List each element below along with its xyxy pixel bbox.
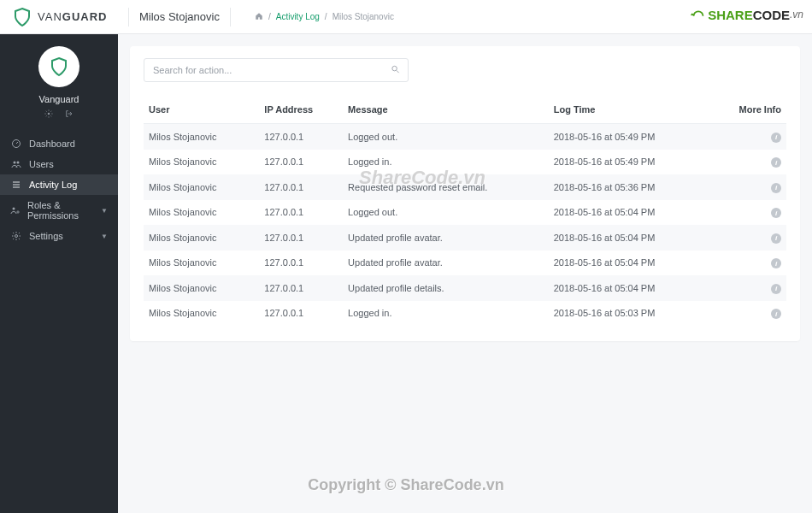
th-message: Message [343,97,549,124]
cell-ip: 127.0.0.1 [259,275,343,301]
breadcrumb-current: Milos Stojanovic [332,12,394,21]
cell-message: Logged in. [343,150,549,175]
th-more: More Info [722,97,786,124]
cell-more-info: i [722,251,786,276]
cell-more-info: i [722,301,786,327]
sidebar-item-label: Settings [29,231,63,241]
logout-icon[interactable] [65,109,74,120]
info-icon[interactable]: i [771,258,781,268]
cell-ip: 127.0.0.1 [259,251,343,276]
sidebar-item-label: Users [29,159,54,169]
cell-ip: 127.0.0.1 [259,150,343,175]
search-box [144,58,409,82]
top-bar: VANGUARD Milos Stojanovic / Activity Log… [0,0,812,34]
brand-logo[interactable]: VANGUARD [12,7,118,27]
cell-log_time: 2018-05-16 at 05:49 PM [549,124,722,150]
table-row: Milos Stojanovic127.0.0.1Logged in.2018-… [144,150,786,175]
cell-more-info: i [722,150,786,175]
breadcrumb-activity-log[interactable]: Activity Log [276,12,320,21]
content-area: User IP Address Message Log Time More In… [118,34,812,513]
cell-message: Logged out. [343,124,549,150]
cell-log_time: 2018-05-16 at 05:04 PM [549,225,722,251]
sidebar-item-label: Activity Log [29,180,77,190]
cell-log_time: 2018-05-16 at 05:04 PM [549,251,722,276]
cell-user: Milos Stojanovic [144,174,259,200]
breadcrumb: / Activity Log / Milos Stojanovic [255,12,394,22]
sharecode-logo: SHARECODE.vn [689,5,803,24]
cell-user: Milos Stojanovic [144,225,259,251]
info-icon[interactable]: i [771,284,781,294]
list-icon [10,180,22,190]
gear-icon[interactable] [44,109,53,120]
cell-user: Milos Stojanovic [144,251,259,276]
cell-user: Milos Stojanovic [144,275,259,301]
th-user: User [144,97,259,124]
info-icon[interactable]: i [771,309,781,319]
table-row: Milos Stojanovic127.0.0.1Updated profile… [144,275,786,301]
table-row: Milos Stojanovic127.0.0.1Logged out.2018… [144,124,786,150]
profile-username: Vanguard [0,94,118,104]
cell-message: Updated profile avatar. [343,251,549,276]
gear-icon [10,231,22,241]
cell-message: Updated profile avatar. [343,225,549,251]
cell-log_time: 2018-05-16 at 05:04 PM [549,200,722,226]
cell-ip: 127.0.0.1 [259,124,343,150]
info-icon[interactable]: i [771,208,781,218]
search-icon[interactable] [391,65,400,76]
separator [128,8,129,27]
cell-user: Milos Stojanovic [144,150,259,175]
cell-log_time: 2018-05-16 at 05:04 PM [549,275,722,301]
svg-point-7 [13,208,15,210]
cell-message: Updated profile details. [343,275,549,301]
table-row: Milos Stojanovic127.0.0.1Updated profile… [144,225,786,251]
info-icon[interactable]: i [771,157,781,168]
table-row: Milos Stojanovic127.0.0.1Logged out.2018… [144,200,786,226]
svg-point-0 [48,113,50,115]
cell-message: Logged out. [343,200,549,226]
svg-point-10 [392,66,397,71]
cell-more-info: i [722,200,786,226]
sidebar-item-activity-log[interactable]: Activity Log [0,174,118,195]
info-icon[interactable]: i [771,233,781,244]
table-row: Milos Stojanovic127.0.0.1Updated profile… [144,251,786,276]
cell-more-info: i [722,174,786,200]
sidebar-item-users[interactable]: Users [0,154,118,174]
cell-ip: 127.0.0.1 [259,200,343,226]
cell-user: Milos Stojanovic [144,301,259,327]
info-icon[interactable]: i [771,183,781,193]
th-ip: IP Address [259,97,343,124]
separator [230,8,231,27]
home-icon[interactable] [255,12,263,22]
sidebar-item-dashboard[interactable]: Dashboard [0,133,118,154]
svg-point-2 [14,162,16,164]
svg-point-9 [15,235,18,238]
shield-icon [49,56,69,77]
cell-user: Milos Stojanovic [144,124,259,150]
cell-ip: 127.0.0.1 [259,174,343,200]
avatar[interactable] [38,46,79,87]
sidebar-item-label: Dashboard [29,139,75,149]
users-icon [10,159,22,169]
brand-text: VANGUARD [38,10,107,23]
recycle-icon [689,5,708,24]
cell-log_time: 2018-05-16 at 05:03 PM [549,301,722,327]
activity-card: User IP Address Message Log Time More In… [130,46,800,341]
sidebar-item-roles-permissions[interactable]: Roles & Permissions▼ [0,195,118,226]
search-input[interactable] [144,58,409,82]
cell-ip: 127.0.0.1 [259,301,343,327]
svg-point-3 [17,162,20,164]
page-title: Milos Stojanovic [139,10,220,23]
cell-log_time: 2018-05-16 at 05:49 PM [549,150,722,175]
info-icon[interactable]: i [771,133,781,143]
cell-more-info: i [722,275,786,301]
svg-line-11 [397,70,399,73]
th-logtime: Log Time [549,97,722,124]
profile-block: Vanguard [0,34,118,128]
svg-point-8 [17,211,19,213]
dashboard-icon [10,139,22,149]
sidebar-item-settings[interactable]: Settings▼ [0,226,118,246]
cell-user: Milos Stojanovic [144,200,259,226]
table-row: Milos Stojanovic127.0.0.1Logged in.2018-… [144,301,786,327]
chevron-down-icon: ▼ [101,233,108,240]
chevron-down-icon: ▼ [101,207,108,215]
